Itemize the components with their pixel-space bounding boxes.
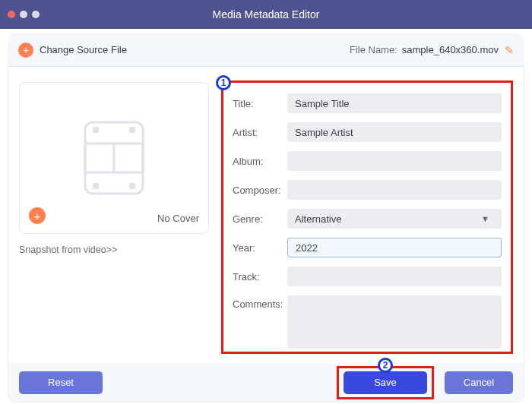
title-bar: Media Metadata Editor [0,0,532,29]
title-field[interactable] [287,93,502,113]
composer-label: Composer: [233,185,287,196]
cover-placeholder-icon [76,116,152,200]
window-title: Media Metadata Editor [213,8,320,21]
cover-art-box[interactable]: + No Cover [19,82,209,234]
toolbar: + Change Source File File Name: sample_6… [8,33,524,67]
edit-filename-icon[interactable]: ✎ [505,44,514,56]
artist-field[interactable] [287,122,502,142]
cover-panel: + No Cover Snapshot from video>> [8,67,221,363]
change-source-plus-icon[interactable]: + [18,43,33,58]
metadata-panel: 1 Title: Artist: Album: Composer: Genre: [221,67,524,363]
reset-button[interactable]: Reset [19,371,103,394]
save-button[interactable]: Save [344,371,427,394]
snapshot-from-video-link[interactable]: Snapshot from video>> [19,245,117,255]
album-field[interactable] [287,151,502,171]
content-area: + No Cover Snapshot from video>> 1 Title… [8,67,524,363]
title-label: Title: [233,98,287,109]
svg-rect-4 [129,127,135,133]
window-controls [8,11,40,18]
svg-rect-6 [129,183,135,189]
minimize-window-icon[interactable] [20,11,27,18]
track-label: Track: [233,271,287,282]
genre-value: Alternative [295,213,341,225]
svg-rect-5 [93,183,99,189]
svg-rect-3 [93,127,99,133]
callout-2-marker: 2 [378,358,393,373]
genre-select[interactable]: Alternative ▼ [287,209,502,229]
file-name-label: File Name: [350,44,397,55]
track-field[interactable] [287,267,502,286]
comments-field[interactable] [287,295,502,349]
cancel-button[interactable]: Cancel [445,371,513,394]
footer-bar: Reset 2 Save Cancel [8,363,524,402]
genre-label: Genre: [233,213,287,225]
album-label: Album: [233,156,287,167]
chevron-down-icon: ▼ [481,214,489,223]
year-label: Year: [233,242,287,254]
year-field[interactable] [287,238,502,257]
metadata-fields-highlight: 1 Title: Artist: Album: Composer: Genre: [221,80,513,354]
no-cover-label: No Cover [157,213,199,224]
file-name-value: sample_640x360.mov [402,44,499,55]
maximize-window-icon[interactable] [32,11,40,18]
callout-1-marker: 1 [216,75,231,90]
composer-field[interactable] [287,180,502,200]
add-cover-icon[interactable]: + [29,207,46,224]
close-window-icon[interactable] [8,11,15,18]
change-source-button[interactable]: Change Source File [40,44,127,55]
comments-label: Comments: [233,295,287,310]
artist-label: Artist: [233,127,287,138]
save-button-highlight: 2 Save [337,366,434,399]
